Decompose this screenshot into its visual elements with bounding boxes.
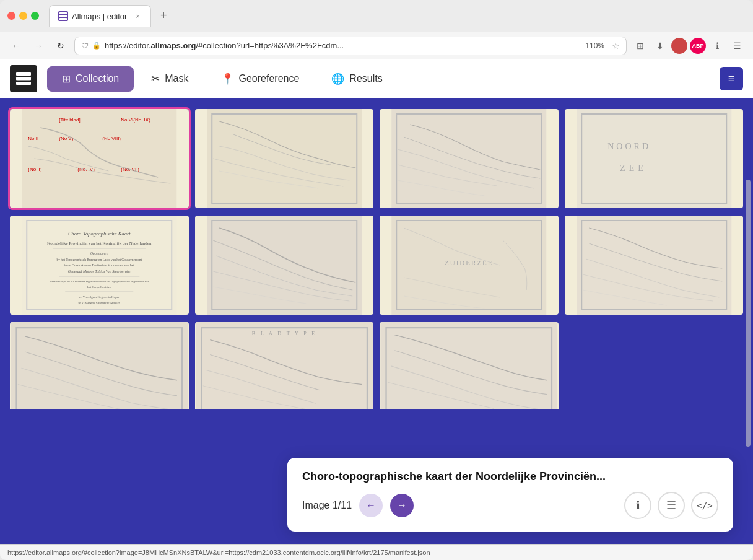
svg-text:Aanvankelijk als 13 Bladen Opg: Aanvankelijk als 13 Bladen Opgenomen doo… [50, 280, 150, 283]
svg-text:en Vervolgens Gegravt in Koper: en Vervolgens Gegravt in Koper [79, 295, 120, 299]
svg-text:(No. I): (No. I) [28, 167, 42, 172]
svg-rect-4 [16, 77, 31, 81]
tab-mask[interactable]: ✂ Mask [136, 66, 203, 92]
svg-text:(No. IX): (No. IX) [133, 117, 150, 123]
map-tile-9[interactable] [10, 322, 189, 409]
forward-button[interactable]: → [30, 37, 47, 55]
collection-label: Collection [76, 73, 119, 84]
popup-action-icons: ℹ ☰ </> [624, 492, 718, 519]
map-image-7: ZUIDERZEE [380, 216, 559, 315]
map-row-2: Choro-Topographische Kaart Noordelijke P… [10, 216, 743, 315]
svg-text:No II: No II [28, 136, 38, 141]
map-tile-7[interactable]: ZUIDERZEE [380, 216, 559, 315]
url-text: https://editor.allmaps.org/#collection?u… [105, 41, 578, 50]
svg-text:het Corps Genisten: het Corps Genisten [87, 286, 111, 289]
tab-collection[interactable]: ⊞ Collection [47, 66, 134, 92]
map-image-3 [380, 109, 559, 208]
url-bar[interactable]: 🛡 🔒 https://editor.allmaps.org/#collecti… [74, 37, 627, 55]
app-navbar: ⊞ Collection ✂ Mask 📍 Georeference 🌐 Res… [0, 59, 753, 99]
map-image-9 [10, 322, 189, 409]
georeference-label: Georeference [239, 73, 300, 84]
map-tile-6[interactable] [195, 216, 374, 315]
hamburger-icon: ≡ [728, 72, 735, 85]
svg-text:[Titelblad]: [Titelblad] [59, 117, 80, 123]
info-button[interactable]: ℹ [624, 492, 651, 519]
svg-rect-2 [59, 18, 67, 20]
map-image-8 [565, 216, 744, 315]
svg-rect-3 [16, 72, 31, 76]
prev-image-button[interactable]: ← [359, 494, 383, 517]
back-button[interactable]: ← [7, 37, 25, 55]
map-image-6 [195, 216, 374, 315]
pocket-icon[interactable]: ⊞ [632, 37, 649, 55]
map-image-5: Choro-Topographische Kaart Noordelijke P… [10, 216, 189, 315]
svg-text:(No VIII): (No VIII) [102, 136, 121, 141]
map-tile-5[interactable]: Choro-Topographische Kaart Noordelijke P… [10, 216, 189, 315]
svg-rect-5 [16, 82, 31, 85]
traffic-lights [7, 12, 39, 20]
georeference-icon: 📍 [221, 72, 234, 85]
titlebar: Allmaps | editor × + [0, 0, 753, 32]
svg-rect-1 [59, 15, 67, 17]
map-image-1: [Titelblad] No VI (No. IX) No II (No V) … [10, 109, 189, 208]
browser-window: Allmaps | editor × + ← → ↻ 🛡 🔒 https://e… [0, 0, 753, 560]
svg-text:No VI: No VI [121, 117, 133, 123]
map-tile-11[interactable] [380, 322, 559, 409]
map-tile-1[interactable]: [Titelblad] No VI (No. IX) No II (No V) … [10, 109, 189, 208]
map-tile-10[interactable]: B L A D T Y P E [195, 322, 374, 409]
code-button[interactable]: </> [691, 492, 718, 519]
next-image-button[interactable]: → [390, 494, 414, 517]
map-tile-2[interactable] [195, 109, 374, 208]
zoom-level[interactable]: 110% [581, 41, 608, 51]
svg-text:Opgenomen: Opgenomen [90, 252, 108, 255]
close-traffic-light[interactable] [7, 12, 15, 20]
svg-text:Choro-Topographische Kaart: Choro-Topographische Kaart [68, 230, 131, 237]
app-logo[interactable] [10, 65, 37, 92]
download-icon[interactable]: ⬇ [651, 37, 669, 55]
browser-toolbar: ⊞ ⬇ ABP ℹ ☰ [632, 37, 746, 55]
tab-results[interactable]: 🌐 Results [316, 66, 397, 92]
map-image-4: NOORD ZEE [565, 109, 744, 208]
popup-map-title: Choro-topographische kaart der Noordelij… [302, 470, 718, 483]
url-suffix: /#collection?url=https%3A%2F%2Fcdm... [196, 41, 344, 50]
code-icon: </> [697, 501, 712, 510]
map-tile-3[interactable] [380, 109, 559, 208]
profile-avatar[interactable] [671, 38, 687, 54]
status-bar: https://editor.allmaps.org/#collection?i… [0, 544, 753, 560]
svg-rect-51 [380, 322, 557, 409]
results-label: Results [349, 73, 382, 84]
map-tile-4[interactable]: NOORD ZEE [565, 109, 744, 208]
browser-tab[interactable]: Allmaps | editor × [49, 5, 151, 27]
minimize-traffic-light[interactable] [19, 12, 27, 20]
svg-rect-46 [11, 322, 188, 409]
url-prefix: https://editor. [105, 41, 150, 50]
tab-close-button[interactable]: × [133, 12, 142, 20]
list-button[interactable]: ☰ [658, 492, 685, 519]
bookmark-icon[interactable]: ☆ [612, 41, 620, 51]
maximize-traffic-light[interactable] [31, 12, 39, 20]
shield-icon: 🛡 [81, 42, 89, 50]
logo-svg [14, 69, 33, 89]
map-row-3: B L A D T Y P E [10, 322, 743, 409]
svg-text:NOORD: NOORD [607, 142, 651, 151]
scrollbar[interactable] [746, 180, 751, 447]
new-tab-button[interactable]: + [155, 7, 172, 25]
map-tile-8[interactable] [565, 216, 744, 315]
menu-icon[interactable]: ☰ [728, 37, 746, 55]
abp-icon[interactable]: ABP [690, 38, 706, 54]
reload-button[interactable]: ↻ [52, 37, 69, 55]
hamburger-menu-button[interactable]: ≡ [720, 67, 743, 90]
svg-text:in de Omstreken en Territorial: in de Omstreken en Territoriale Voorname… [64, 263, 134, 267]
map-tile-empty [565, 322, 744, 409]
tab-georeference[interactable]: 📍 Georeference [206, 66, 315, 92]
map-grid-area: [Titelblad] No VI (No. IX) No II (No V) … [0, 99, 753, 544]
map-info-popup: Choro-topographische kaart der Noordelij… [287, 458, 733, 532]
nav-tabs: ⊞ Collection ✂ Mask 📍 Georeference 🌐 Res… [47, 66, 720, 92]
lock-icon: 🔒 [92, 42, 101, 50]
svg-text:ZEE: ZEE [620, 164, 647, 173]
info-icon[interactable]: ℹ [708, 37, 726, 55]
map-image-2 [195, 109, 374, 208]
svg-text:Noordelijke Provinciën van het: Noordelijke Provinciën van het Koningrij… [47, 241, 152, 246]
popup-controls: Image 1/11 ← → ℹ ☰ </> [302, 492, 718, 519]
svg-text:B L A D T Y P E: B L A D T Y P E [251, 331, 316, 336]
